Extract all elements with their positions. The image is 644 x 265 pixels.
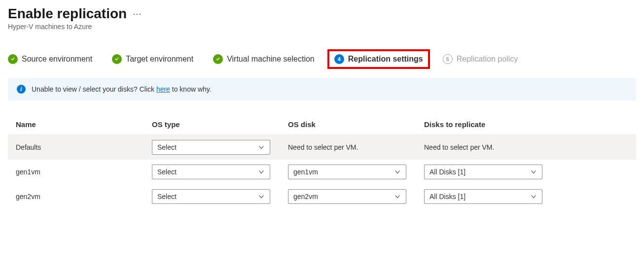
select-value: Select: [157, 193, 177, 200]
page-title: Enable replication: [8, 6, 127, 22]
chevron-down-icon: [258, 168, 265, 175]
chevron-down-icon: [530, 168, 537, 175]
step-number-icon: 4: [334, 54, 344, 64]
select-value: Select: [157, 143, 177, 151]
step-label: Replication policy: [457, 55, 518, 64]
step-label: Replication settings: [348, 55, 423, 64]
col-disks: Disks to replicate: [424, 120, 552, 129]
cell-name: gen2vm: [16, 193, 144, 200]
step-vm-selection[interactable]: Virtual machine selection: [213, 54, 315, 64]
check-icon: [112, 54, 122, 64]
wizard-steps: Source environment Target environment Vi…: [8, 54, 636, 64]
check-icon: [8, 54, 18, 64]
page-subtitle: Hyper-V machines to Azure: [8, 23, 636, 31]
os-type-select[interactable]: Select: [152, 165, 270, 179]
table-row: gen2vm Select gen2vm All Disks [1]: [8, 184, 636, 209]
step-source-environment[interactable]: Source environment: [8, 54, 92, 64]
col-name: Name: [16, 120, 144, 129]
step-replication-policy: 5 Replication policy: [443, 54, 518, 64]
check-icon: [213, 54, 223, 64]
select-value: gen1vm: [293, 168, 318, 176]
select-value: gen2vm: [293, 193, 318, 200]
info-text: Unable to view / select your disks? Clic…: [32, 85, 212, 93]
disks-select[interactable]: All Disks [1]: [424, 189, 542, 204]
select-value: Select: [157, 168, 177, 176]
step-label: Source environment: [22, 55, 92, 64]
cell-name: gen1vm: [16, 168, 144, 176]
info-text-after: to know why.: [170, 85, 212, 93]
info-icon: i: [17, 85, 26, 94]
table-row-defaults: Defaults Select Need to select per VM. N…: [8, 135, 636, 160]
os-type-select[interactable]: Select: [152, 189, 270, 204]
col-os-type: OS type: [152, 120, 280, 129]
os-disk-select[interactable]: gen2vm: [288, 189, 406, 204]
step-number-icon: 5: [443, 54, 453, 64]
cell-disks: Need to select per VM.: [424, 143, 552, 151]
cell-os-disk: Need to select per VM.: [288, 143, 416, 151]
more-actions-icon[interactable]: ⋯: [133, 8, 143, 19]
step-target-environment[interactable]: Target environment: [112, 54, 193, 64]
chevron-down-icon: [394, 168, 401, 175]
chevron-down-icon: [394, 193, 401, 200]
select-value: All Disks [1]: [429, 193, 465, 200]
os-type-select[interactable]: Select: [152, 140, 270, 155]
disks-select[interactable]: All Disks [1]: [424, 165, 542, 179]
table-header: Name OS type OS disk Disks to replicate: [8, 115, 636, 135]
os-disk-select[interactable]: gen1vm: [288, 165, 406, 179]
info-text-before: Unable to view / select your disks? Clic…: [32, 85, 156, 93]
chevron-down-icon: [258, 144, 265, 151]
vm-table: Name OS type OS disk Disks to replicate …: [8, 115, 636, 209]
chevron-down-icon: [258, 193, 265, 200]
info-banner: i Unable to view / select your disks? Cl…: [8, 78, 636, 100]
chevron-down-icon: [530, 193, 537, 200]
col-os-disk: OS disk: [288, 120, 416, 129]
step-replication-settings[interactable]: 4 Replication settings: [327, 49, 430, 69]
info-link[interactable]: here: [156, 85, 170, 93]
table-row: gen1vm Select gen1vm All Disks [1]: [8, 160, 636, 184]
step-label: Target environment: [126, 55, 193, 64]
select-value: All Disks [1]: [429, 168, 465, 176]
step-label: Virtual machine selection: [227, 55, 315, 64]
cell-name: Defaults: [16, 143, 144, 151]
